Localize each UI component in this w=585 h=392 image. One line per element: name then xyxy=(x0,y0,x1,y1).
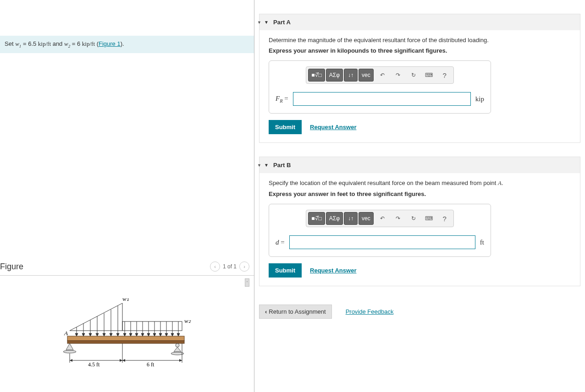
svg-marker-13 xyxy=(110,333,112,336)
svg-marker-31 xyxy=(165,333,168,336)
unit-a: kip xyxy=(475,95,484,103)
svg-marker-23 xyxy=(141,333,144,336)
templates-button[interactable]: ■√̅□ xyxy=(308,212,325,225)
svg-marker-49 xyxy=(120,359,122,362)
dim2: 6 ft xyxy=(147,361,155,368)
redo-button[interactable]: ↷ xyxy=(391,69,405,82)
help-button[interactable]: ? xyxy=(438,212,452,225)
w1-unit: kip/ft xyxy=(38,40,51,47)
pager-prev-button[interactable]: ‹ xyxy=(210,261,220,272)
vec-button[interactable]: vec xyxy=(359,212,374,225)
svg-marker-27 xyxy=(153,333,156,336)
svg-point-39 xyxy=(63,350,76,353)
svg-marker-35 xyxy=(177,333,180,336)
svg-marker-21 xyxy=(135,333,138,336)
answer-box-b: ■√̅□ ΑΣφ ↓↑ vec ↶ ↷ ↻ ⌨ ? d xyxy=(269,204,491,257)
label-w2: w₂ xyxy=(184,317,191,324)
help-button[interactable]: ? xyxy=(438,69,452,82)
subsup-button[interactable]: ↓↑ xyxy=(344,69,358,82)
part-a-title: Part A xyxy=(273,19,291,26)
return-button[interactable]: ‹ Return to Assignment xyxy=(259,305,332,319)
w1-symbol: w xyxy=(15,40,19,47)
templates-button[interactable]: ■√̅□ xyxy=(308,69,325,82)
figure-panel: Figure ‹ 1 of 1 › ˄ xyxy=(0,261,254,392)
part-b: ▼ Part B Specify the location of the equ… xyxy=(259,157,580,286)
chevron-left-icon: ‹ xyxy=(265,308,267,315)
request-answer-b[interactable]: Request Answer xyxy=(310,267,356,274)
problem-text-set: Set xyxy=(5,40,15,47)
submit-button-b[interactable]: Submit xyxy=(269,263,302,278)
part-b-question: Specify the location of the equivalent r… xyxy=(269,180,571,187)
unit-b: ft xyxy=(480,239,484,246)
q-prefix: Specify the location of the equivalent r… xyxy=(269,180,498,186)
label-A: A xyxy=(64,330,68,337)
undo-button[interactable]: ↶ xyxy=(375,212,389,225)
svg-marker-51 xyxy=(179,359,182,362)
answer-input-b[interactable] xyxy=(289,235,475,249)
collapse-icon: ▼ xyxy=(264,163,269,168)
eq-toolbar-a: ■√̅□ ΑΣφ ↓↑ vec ↶ ↷ ↻ ⌨ ? xyxy=(306,66,453,84)
and-text: and xyxy=(53,40,64,47)
part-b-header[interactable]: ▼ Part B xyxy=(259,157,580,173)
q-suffix: . xyxy=(502,180,503,186)
pager-text: 1 of 1 xyxy=(223,263,237,270)
svg-marker-11 xyxy=(103,333,105,336)
part-b-instruction: Express your answer in feet to three sig… xyxy=(269,191,571,197)
provide-feedback-link[interactable]: Provide Feedback xyxy=(346,308,394,315)
svg-point-40 xyxy=(176,343,179,347)
reset-button[interactable]: ↻ xyxy=(407,212,420,225)
eq-sign-b: = xyxy=(281,239,284,246)
beam-diagram: A w₁ w₂ 4.5 ft 6 ft xyxy=(56,294,198,376)
svg-marker-38 xyxy=(66,343,73,350)
scroll-up-icon[interactable]: ˄ xyxy=(245,278,249,287)
figure-title: Figure xyxy=(0,262,23,272)
svg-marker-15 xyxy=(116,333,119,336)
undo-button[interactable]: ↶ xyxy=(375,69,389,82)
vec-button[interactable]: vec xyxy=(359,69,374,82)
w1-sub: 1 xyxy=(19,44,22,49)
part-a-header[interactable]: ▼ Part A xyxy=(259,14,580,30)
svg-rect-36 xyxy=(67,336,184,341)
answer-input-a[interactable] xyxy=(293,92,471,106)
w2-sub: 2 xyxy=(68,44,71,49)
svg-marker-0 xyxy=(70,303,122,331)
greek-button[interactable]: ΑΣφ xyxy=(326,212,343,225)
part-b-title: Part B xyxy=(273,162,291,169)
keyboard-button[interactable]: ⌨ xyxy=(422,212,436,225)
problem-statement: Set w1 = 6.5 kip/ft and w2 = 6 kip/ft (F… xyxy=(0,36,254,53)
w2-unit: kip/ft xyxy=(82,40,95,47)
svg-marker-7 xyxy=(89,333,92,336)
part-a: ▼ Part A Determine the magnitude of the … xyxy=(259,14,580,143)
eq-sign-a: = xyxy=(284,95,288,102)
var-d: d xyxy=(276,239,279,246)
figure-link[interactable]: Figure 1 xyxy=(99,40,121,47)
figure-pager: ‹ 1 of 1 › xyxy=(210,261,249,272)
reset-button[interactable]: ↻ xyxy=(407,69,420,82)
pager-next-button[interactable]: › xyxy=(239,261,249,272)
submit-button-a[interactable]: Submit xyxy=(269,120,302,134)
svg-marker-33 xyxy=(171,333,174,336)
greek-button[interactable]: ΑΣφ xyxy=(326,69,343,82)
subsup-button[interactable]: ↓↑ xyxy=(344,212,358,225)
redo-button[interactable]: ↷ xyxy=(391,212,405,225)
svg-marker-41 xyxy=(174,347,181,352)
return-label: Return to Assignment xyxy=(269,308,326,315)
svg-marker-19 xyxy=(129,333,132,336)
part-a-question: Determine the magnitude of the equivalen… xyxy=(269,37,571,44)
part-a-instruction: Express your answer in kilopounds to thr… xyxy=(269,47,571,54)
svg-marker-48 xyxy=(70,359,72,362)
var-FR-sub: R xyxy=(280,98,282,103)
q-point-A: A xyxy=(498,180,502,186)
svg-marker-17 xyxy=(123,333,126,336)
svg-marker-25 xyxy=(147,333,150,336)
svg-rect-1 xyxy=(122,321,182,331)
dim1: 4.5 ft xyxy=(88,361,100,368)
request-answer-a[interactable]: Request Answer xyxy=(310,124,356,131)
keyboard-button[interactable]: ⌨ xyxy=(422,69,436,82)
collapse-icon: ▼ xyxy=(264,20,269,25)
svg-marker-5 xyxy=(82,333,85,336)
svg-marker-3 xyxy=(75,333,78,336)
w1-eq: = 6.5 xyxy=(23,40,38,47)
svg-marker-50 xyxy=(122,359,125,362)
answer-box-a: ■√̅□ ΑΣφ ↓↑ vec ↶ ↷ ↻ ⌨ ? FR xyxy=(269,60,491,114)
